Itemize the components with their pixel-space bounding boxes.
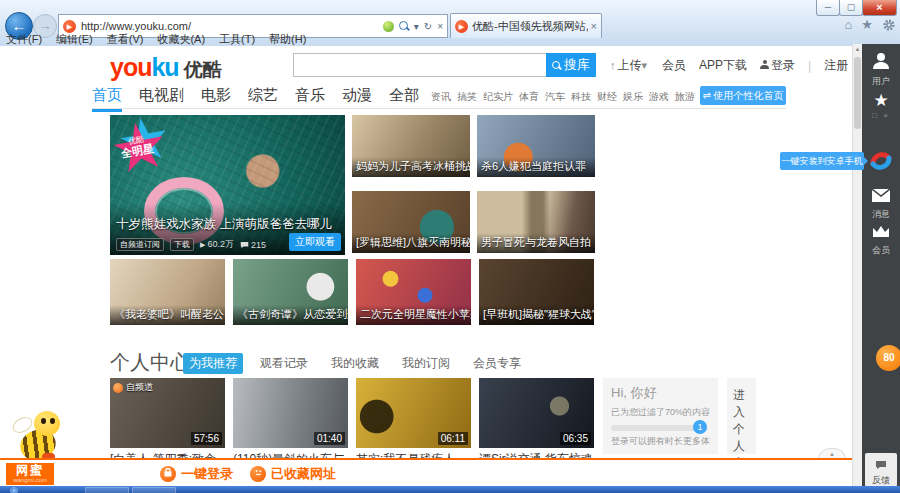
subscribe-chip[interactable]: 自频道订阅 bbox=[116, 238, 164, 251]
video-card[interactable]: 06:11 bbox=[356, 378, 471, 448]
rail-favorites-button[interactable]: ★ □ × bbox=[862, 90, 900, 120]
rail-message-button[interactable]: 消息 bbox=[862, 188, 900, 221]
app-download-link[interactable]: APP下载 bbox=[699, 57, 747, 74]
video-thumb[interactable]: 杀6人嫌犯当庭拒认罪 bbox=[477, 115, 595, 177]
url-text[interactable]: http://www.youku.com/ bbox=[81, 20, 383, 32]
stop-icon[interactable]: × bbox=[437, 21, 443, 32]
rail-vip-button[interactable]: 会员 bbox=[862, 224, 900, 257]
video-card[interactable]: 06:35 bbox=[479, 378, 594, 448]
video-thumb[interactable]: 《古剑奇谭》从恋爱到开播 bbox=[233, 259, 348, 325]
upload-link[interactable]: ↑上传▾ bbox=[610, 57, 649, 74]
crown-icon bbox=[872, 225, 890, 238]
start-button[interactable] bbox=[10, 487, 18, 493]
search-button[interactable]: 搜库 bbox=[546, 53, 596, 77]
nav-sub-item[interactable]: 汽车 bbox=[545, 90, 565, 104]
video-thumb[interactable]: 二次元全明星魔性小苹果 bbox=[356, 259, 471, 325]
nav-music[interactable]: 音乐 bbox=[295, 86, 325, 105]
video-card[interactable]: 01:40 bbox=[233, 378, 348, 448]
download-chip[interactable]: 下载 bbox=[170, 238, 194, 251]
menu-edit[interactable]: 编辑(E) bbox=[56, 33, 93, 46]
favorites-star-icon[interactable]: ★ bbox=[861, 17, 873, 32]
search-icon[interactable] bbox=[399, 21, 409, 31]
header-links: ↑上传▾ 会员 APP下载 登录 | 注册 bbox=[610, 57, 848, 74]
video-card[interactable]: 自频道 57:56 bbox=[110, 378, 225, 448]
home-icon[interactable]: ⌂ bbox=[844, 17, 852, 32]
nav-sub-item[interactable]: 纪实片 bbox=[483, 90, 513, 104]
tab-history[interactable]: 观看记录 bbox=[254, 353, 314, 374]
nav-sub-item[interactable]: 游戏 bbox=[649, 90, 669, 104]
windows-taskbar[interactable] bbox=[0, 486, 900, 493]
taskbar-button[interactable] bbox=[85, 487, 129, 493]
watch-now-button[interactable]: 立即观看 bbox=[289, 233, 341, 251]
login-hint-text: 登录可以拥有时长更多体验… bbox=[611, 435, 710, 448]
browser-tab[interactable]: ▶ 优酷-中国领先视频网站,提... × bbox=[450, 13, 602, 38]
wangmi-toolbar: 网蜜 wangmi.com 一键登录 已收藏网址 bbox=[0, 458, 852, 488]
menu-help[interactable]: 帮助(H) bbox=[269, 33, 306, 46]
video-thumb[interactable]: [早班机]揭秘"猩球大战" bbox=[479, 259, 594, 325]
nav-sub-item[interactable]: 娱乐 bbox=[623, 90, 643, 104]
nav-movie[interactable]: 电影 bbox=[201, 86, 231, 105]
window-minimize-button[interactable]: ─ bbox=[816, 0, 840, 16]
rail-user-button[interactable]: 用户 bbox=[862, 52, 900, 88]
scrollbar-thumb[interactable] bbox=[854, 57, 861, 129]
search-input[interactable] bbox=[293, 53, 559, 77]
refresh-icon[interactable]: ↻ bbox=[424, 21, 432, 32]
back-icon: ← bbox=[12, 17, 27, 34]
wangmi-logo[interactable]: 网蜜 wangmi.com bbox=[6, 463, 54, 485]
user-icon bbox=[760, 60, 769, 69]
window-close-button[interactable]: × bbox=[862, 0, 897, 16]
nav-tv[interactable]: 电视剧 bbox=[139, 86, 184, 105]
nav-sub-item[interactable]: 体育 bbox=[519, 90, 539, 104]
scroll-up-icon[interactable]: ▲ bbox=[853, 46, 862, 52]
personal-center-title: 个人中心 bbox=[110, 349, 190, 376]
enter-personal-center-button[interactable]: 进入个人中心 bbox=[727, 378, 756, 454]
nav-sub-item[interactable]: 科技 bbox=[571, 90, 591, 104]
video-thumb[interactable]: [罗辑思维]八旗灭南明秘史 bbox=[352, 191, 470, 253]
side-tool-rail: 用户 ★ □ × 消息 会员 反馈 bbox=[862, 44, 900, 493]
search-icon bbox=[552, 61, 561, 70]
tab-recommended[interactable]: 为我推荐 bbox=[183, 353, 243, 374]
wangmi-bee-mascot[interactable] bbox=[8, 406, 64, 464]
nav-sub-item[interactable]: 资讯 bbox=[431, 90, 451, 104]
menu-favorites[interactable]: 收藏夹(A) bbox=[157, 33, 205, 46]
nav-all[interactable]: 全部 bbox=[389, 86, 419, 105]
taskbar-button[interactable] bbox=[132, 487, 176, 493]
window-maximize-button[interactable]: ▢ bbox=[839, 0, 863, 16]
settings-gear-icon[interactable] bbox=[882, 18, 896, 32]
envelope-icon bbox=[872, 189, 890, 202]
link-divider: | bbox=[808, 59, 811, 73]
menu-view[interactable]: 查看(V) bbox=[107, 33, 144, 46]
tab-vip[interactable]: 会员专享 bbox=[467, 353, 527, 374]
maximize-icon: ▢ bbox=[847, 2, 856, 12]
tab-favorites[interactable]: 我的收藏 bbox=[325, 353, 385, 374]
tab-subscriptions[interactable]: 我的订阅 bbox=[396, 353, 456, 374]
video-thumb[interactable]: 《我老婆吧》叫醒老公 | 起床 bbox=[110, 259, 225, 325]
nav-sub-item[interactable]: 搞笑 bbox=[457, 90, 477, 104]
tab-close-icon[interactable]: × bbox=[591, 20, 597, 32]
vip-link[interactable]: 会员 bbox=[662, 57, 686, 74]
hero-title[interactable]: 十岁熊娃戏水家族 上演萌版爸爸去哪儿 bbox=[116, 216, 332, 233]
video-thumb[interactable]: 男子冒死与龙卷风自拍 bbox=[477, 191, 595, 253]
video-thumb[interactable]: 妈妈为儿子高考冰桶挑战 bbox=[352, 115, 470, 177]
menu-file[interactable]: 文件(F) bbox=[6, 33, 42, 46]
personalize-homepage-button[interactable]: ⇌ 使用个性化首页 bbox=[700, 86, 786, 105]
login-link[interactable]: 登录 bbox=[760, 57, 795, 74]
nav-anime[interactable]: 动漫 bbox=[342, 86, 372, 105]
nav-variety[interactable]: 综艺 bbox=[248, 86, 278, 105]
progress-marker: 1 bbox=[693, 420, 707, 434]
one-key-login-button[interactable]: 一键登录 bbox=[160, 465, 233, 483]
floating-promo-ball[interactable]: 80 bbox=[876, 345, 900, 371]
install-client-tooltip[interactable]: 一键安装到安卓手机 bbox=[780, 152, 864, 170]
suggestions-icon[interactable] bbox=[383, 21, 394, 32]
hero-video-card[interactable]: 优酷 全明星 十岁熊娃戏水家族 上演萌版爸爸去哪儿 自频道订阅 下载 ▶60.2… bbox=[110, 115, 345, 255]
nav-sub-item[interactable]: 财经 bbox=[597, 90, 617, 104]
favorited-site-button[interactable]: 已收藏网址 bbox=[250, 465, 336, 483]
youku-logo[interactable]: youku优酷 bbox=[110, 53, 222, 83]
thumb-caption: 男子冒死与龙卷风自拍 bbox=[477, 233, 595, 253]
menu-tools[interactable]: 工具(T) bbox=[219, 33, 255, 46]
nav-sub-item[interactable]: 旅游 bbox=[675, 90, 695, 104]
rail-mini-controls[interactable]: □ × bbox=[862, 111, 900, 120]
address-dropdown-icon[interactable]: ▾ bbox=[414, 21, 419, 32]
register-link[interactable]: 注册 bbox=[824, 57, 848, 74]
feedback-widget[interactable]: 反馈 bbox=[865, 453, 897, 487]
